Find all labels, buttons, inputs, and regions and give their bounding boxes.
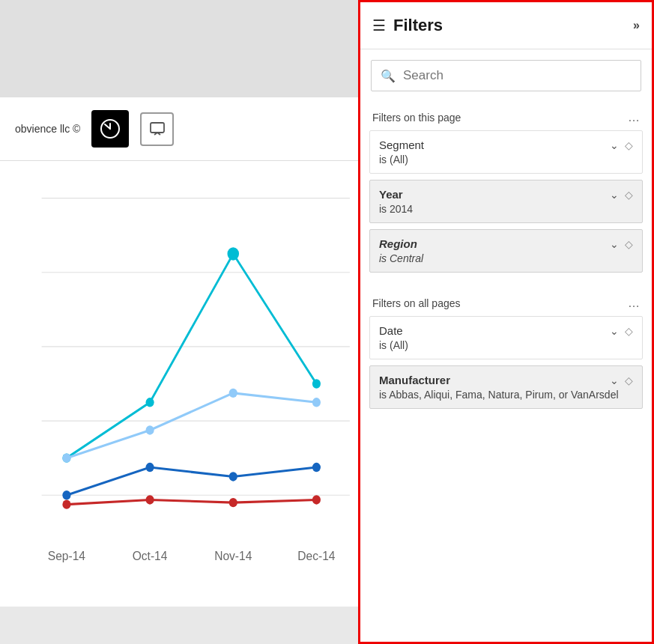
region-chevron-icon[interactable]: ⌄ — [610, 238, 619, 250]
year-card-header: Year ⌄ ◇ — [379, 188, 633, 201]
date-filter-card: Date ⌄ ◇ is (All) — [369, 316, 643, 359]
section-more-all[interactable]: … — [628, 297, 640, 310]
region-card-header: Region ⌄ ◇ — [379, 237, 633, 250]
svg-text:Sep-14: Sep-14 — [48, 548, 85, 562]
svg-point-23 — [229, 498, 237, 507]
segment-filter-name: Segment — [379, 139, 424, 151]
comment-button[interactable] — [140, 112, 174, 146]
section-filters-all-pages: Filters on all pages … — [360, 288, 652, 316]
date-filter-controls: ⌄ ◇ — [610, 325, 633, 337]
svg-point-16 — [312, 398, 321, 407]
year-chevron-icon[interactable]: ⌄ — [610, 189, 619, 201]
svg-point-12 — [312, 379, 321, 388]
year-filter-controls: ⌄ ◇ — [610, 189, 633, 201]
manufacturer-eraser-icon[interactable]: ◇ — [625, 374, 633, 386]
year-eraser-icon[interactable]: ◇ — [625, 189, 633, 201]
svg-point-11 — [227, 247, 239, 260]
branding-text: obvience llc © — [15, 123, 80, 135]
filters-title: Filters — [393, 16, 443, 35]
svg-rect-3 — [151, 123, 164, 133]
logo-button[interactable] — [91, 110, 129, 148]
svg-point-10 — [146, 398, 154, 407]
segment-eraser-icon[interactable]: ◇ — [625, 139, 633, 151]
date-eraser-icon[interactable]: ◇ — [625, 325, 633, 337]
section-title-all: Filters on all pages — [372, 297, 461, 309]
collapse-button[interactable]: » — [633, 19, 640, 32]
date-card-header: Date ⌄ ◇ — [379, 324, 633, 337]
segment-card-header: Segment ⌄ ◇ — [379, 139, 633, 151]
svg-text:Nov-14: Nov-14 — [214, 548, 252, 562]
region-eraser-icon[interactable]: ◇ — [625, 238, 633, 250]
svg-point-18 — [146, 463, 154, 472]
left-panel: obvience llc © — [0, 0, 358, 644]
manufacturer-filter-card: Manufacturer ⌄ ◇ is Abbas, Aliqui, Fama,… — [369, 365, 643, 409]
section-more-page[interactable]: … — [628, 111, 640, 124]
chart-container: Sep-14 Oct-14 Nov-14 Dec-14 — [0, 161, 358, 607]
year-filter-name: Year — [379, 188, 403, 201]
segment-chevron-icon[interactable]: ⌄ — [610, 139, 619, 151]
date-filter-name: Date — [379, 324, 403, 337]
manufacturer-card-header: Manufacturer ⌄ ◇ — [379, 374, 633, 386]
filters-header: ☰ Filters » — [360, 2, 652, 49]
section-filters-on-page: Filters on this page … — [360, 102, 652, 130]
svg-point-15 — [229, 389, 237, 398]
region-filter-value: is Central — [379, 252, 633, 264]
region-filter-name: Region — [379, 237, 417, 250]
segment-filter-controls: ⌄ ◇ — [610, 139, 633, 151]
svg-point-24 — [312, 495, 321, 504]
region-filter-controls: ⌄ ◇ — [610, 238, 633, 250]
search-input[interactable] — [403, 68, 632, 83]
top-gray-area — [0, 0, 358, 97]
date-chevron-icon[interactable]: ⌄ — [610, 325, 619, 337]
section-title-page: Filters on this page — [372, 112, 461, 124]
svg-point-13 — [62, 453, 70, 462]
svg-point-20 — [312, 463, 321, 472]
date-filter-value: is (All) — [379, 339, 633, 351]
branding-bar: obvience llc © — [0, 97, 358, 161]
manufacturer-chevron-icon[interactable]: ⌄ — [610, 374, 619, 386]
spacer-1 — [360, 279, 652, 288]
filters-title-group: ☰ Filters — [372, 16, 443, 35]
svg-point-19 — [229, 472, 237, 481]
segment-filter-value: is (All) — [379, 154, 633, 165]
segment-filter-card: Segment ⌄ ◇ is (All) — [369, 130, 643, 174]
svg-line-1 — [105, 124, 110, 129]
manufacturer-filter-controls: ⌄ ◇ — [610, 374, 633, 386]
svg-point-22 — [146, 495, 154, 504]
svg-point-21 — [62, 499, 70, 508]
search-icon: 🔍 — [381, 69, 396, 83]
region-filter-card: Region ⌄ ◇ is Central — [369, 229, 643, 273]
filters-panel: ☰ Filters » 🔍 Filters on this page … Seg… — [358, 0, 654, 644]
year-filter-card: Year ⌄ ◇ is 2014 — [369, 180, 643, 223]
svg-point-14 — [146, 425, 154, 434]
filter-icon: ☰ — [372, 16, 386, 34]
year-filter-value: is 2014 — [379, 203, 633, 215]
svg-text:Oct-14: Oct-14 — [133, 548, 168, 562]
svg-point-17 — [62, 490, 70, 499]
svg-text:Dec-14: Dec-14 — [297, 548, 335, 562]
search-box[interactable]: 🔍 — [371, 60, 641, 91]
manufacturer-filter-value: is Abbas, Aliqui, Fama, Natura, Pirum, o… — [379, 389, 633, 401]
manufacturer-filter-name: Manufacturer — [379, 374, 450, 386]
